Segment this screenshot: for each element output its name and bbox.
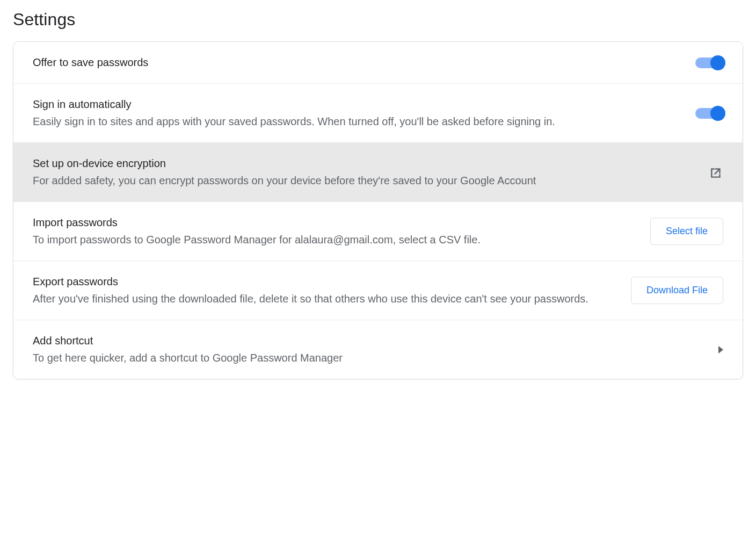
sign-in-automatically-row: Sign in automatically Easily sign in to … [13, 84, 743, 143]
offer-save-passwords-toggle[interactable] [695, 57, 723, 68]
export-passwords-title: Export passwords [33, 274, 618, 290]
offer-save-passwords-row: Offer to save passwords [13, 42, 743, 84]
sign-in-automatically-title: Sign in automatically [33, 97, 682, 112]
download-file-button[interactable]: Download File [631, 277, 723, 304]
page-title: Settings [13, 10, 743, 30]
row-content: Export passwords After you've finished u… [33, 274, 631, 307]
on-device-encryption-subtitle: For added safety, you can encrypt passwo… [33, 172, 696, 189]
open-in-new-icon [709, 165, 723, 179]
row-content: Offer to save passwords [33, 55, 695, 70]
settings-card: Offer to save passwords Sign in automati… [13, 41, 743, 379]
add-shortcut-title: Add shortcut [33, 333, 706, 349]
export-passwords-subtitle: After you've finished using the download… [33, 291, 618, 307]
row-content: Add shortcut To get here quicker, add a … [33, 333, 718, 366]
import-passwords-subtitle: To import passwords to Google Password M… [33, 232, 637, 248]
row-content: Sign in automatically Easily sign in to … [33, 97, 695, 129]
on-device-encryption-row[interactable]: Set up on-device encryption For added sa… [13, 143, 743, 202]
import-passwords-row: Import passwords To import passwords to … [13, 202, 743, 261]
add-shortcut-subtitle: To get here quicker, add a shortcut to G… [33, 350, 706, 366]
add-shortcut-row[interactable]: Add shortcut To get here quicker, add a … [13, 320, 743, 379]
export-passwords-row: Export passwords After you've finished u… [13, 261, 743, 320]
offer-save-passwords-title: Offer to save passwords [33, 55, 682, 70]
on-device-encryption-title: Set up on-device encryption [33, 156, 696, 171]
sign-in-automatically-toggle[interactable] [695, 108, 723, 119]
sign-in-automatically-subtitle: Easily sign in to sites and apps with yo… [33, 113, 682, 129]
import-passwords-title: Import passwords [33, 215, 637, 230]
row-content: Set up on-device encryption For added sa… [33, 156, 709, 189]
row-content: Import passwords To import passwords to … [33, 215, 650, 248]
select-file-button[interactable]: Select file [650, 218, 723, 245]
chevron-right-icon [718, 346, 723, 354]
